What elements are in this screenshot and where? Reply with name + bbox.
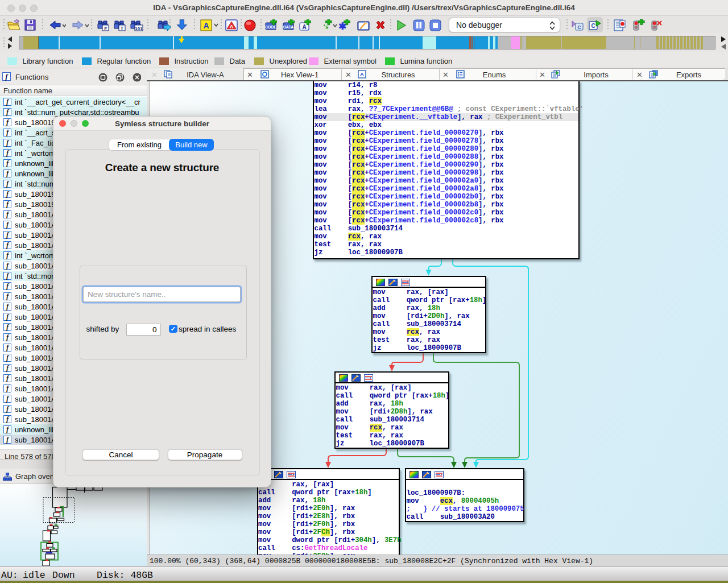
svg-text:A: A: [302, 24, 306, 30]
svg-text:101: 101: [135, 26, 143, 31]
svg-text:A: A: [230, 24, 234, 30]
svg-text:DATA: DATA: [283, 25, 293, 29]
svg-text:A: A: [360, 71, 364, 77]
svg-text:C: C: [577, 24, 581, 30]
svg-text:T: T: [121, 25, 124, 31]
svg-text:A: A: [203, 21, 209, 30]
svg-text:#: #: [104, 26, 107, 31]
svg-text:C: C: [591, 23, 595, 29]
svg-text:CODE: CODE: [265, 25, 276, 29]
